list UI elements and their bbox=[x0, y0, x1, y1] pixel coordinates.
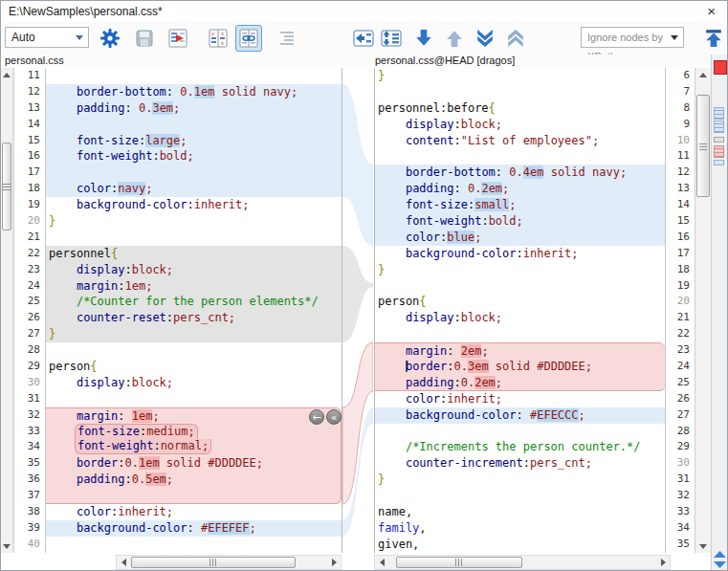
code-text[interactable] bbox=[375, 424, 665, 440]
right-hscroll-thumb[interactable] bbox=[396, 557, 522, 568]
copy-change-from-right-icon[interactable] bbox=[350, 25, 377, 52]
code-text[interactable]: color:inherit; bbox=[46, 504, 342, 520]
right-horizontal-scrollbar[interactable] bbox=[374, 555, 671, 570]
code-text[interactable]: font-size:small; bbox=[375, 197, 665, 213]
synchronized-scrolling-link-icon[interactable] bbox=[235, 25, 262, 52]
code-text[interactable] bbox=[375, 488, 665, 504]
code-text[interactable]: margin: 2em; bbox=[375, 342, 665, 359]
diff-algorithm-combo[interactable]: Auto bbox=[5, 27, 89, 48]
code-text[interactable]: given, bbox=[375, 537, 665, 553]
code-text[interactable]: } bbox=[375, 68, 665, 84]
code-text[interactable]: personnel{ bbox=[46, 246, 342, 262]
perform-files-differencing-icon[interactable] bbox=[165, 25, 191, 52]
scroll-left-arrow[interactable] bbox=[117, 556, 130, 569]
code-text[interactable]: background-color: #EFEFEF; bbox=[46, 520, 342, 537]
right-vertical-scrollbar[interactable] bbox=[695, 68, 711, 553]
code-text[interactable]: color:blue; bbox=[375, 230, 665, 246]
code-text[interactable]: color:inherit; bbox=[375, 391, 665, 407]
scroll-down-arrow[interactable] bbox=[1, 539, 12, 553]
code-text[interactable]: border:0.3em solid #DDDDEE; bbox=[375, 359, 665, 375]
code-text[interactable]: display:block; bbox=[46, 262, 342, 278]
code-text[interactable] bbox=[375, 326, 665, 342]
scroll-up-arrow[interactable] bbox=[1, 68, 12, 81]
code-text[interactable]: /*Increments the person counter.*/ bbox=[375, 439, 665, 455]
scroll-up-arrow[interactable] bbox=[695, 68, 711, 81]
code-text[interactable]: border-bottom: 0.4em solid navy; bbox=[375, 165, 665, 181]
code-text[interactable]: padding:0.2em; bbox=[375, 375, 665, 391]
code-text[interactable]: content:"List of employees"; bbox=[375, 133, 665, 149]
code-text[interactable]: background-color: #EFECCC; bbox=[375, 407, 665, 424]
diff-marker-gray[interactable] bbox=[714, 137, 724, 143]
code-text[interactable]: border:0.1em solid #DDDDEE; bbox=[46, 455, 342, 472]
code-text[interactable]: display:block; bbox=[375, 310, 665, 326]
code-text[interactable]: counter-reset:pers_cnt; bbox=[46, 310, 342, 326]
scroll-left-arrow[interactable] bbox=[375, 556, 388, 569]
scroll-right-arrow[interactable] bbox=[656, 556, 670, 569]
diff-marker-pink[interactable] bbox=[714, 145, 724, 158]
code-text[interactable]: margin:1em; bbox=[46, 278, 342, 295]
code-text[interactable]: padding: 0.3em; bbox=[46, 100, 342, 117]
code-text[interactable]: name, bbox=[375, 504, 665, 520]
right-editor[interactable]: }67personnel:before{8 display:block;9 co… bbox=[374, 68, 695, 553]
last-difference-icon[interactable] bbox=[472, 25, 498, 52]
code-text[interactable] bbox=[375, 84, 665, 100]
code-text[interactable]: font-size:large; bbox=[46, 133, 342, 149]
ignore-nodes-xpath-combo[interactable]: Ignore nodes by XPath bbox=[581, 27, 684, 48]
code-text[interactable]: display:block; bbox=[375, 117, 665, 133]
code-text[interactable] bbox=[46, 391, 342, 407]
left-vertical-scrollbar[interactable] bbox=[1, 68, 13, 553]
code-text[interactable]: padding: 0.2em; bbox=[375, 181, 665, 197]
settings-gear-icon[interactable] bbox=[97, 25, 123, 52]
code-text[interactable]: background-color:inherit; bbox=[375, 246, 665, 262]
code-text[interactable]: personnel:before{ bbox=[375, 100, 665, 117]
diff-marks-icon[interactable]: x x x bbox=[205, 25, 232, 52]
code-text[interactable]: font-weight:bold; bbox=[375, 213, 665, 230]
code-text[interactable]: font-weight:bold; bbox=[46, 148, 342, 165]
code-text[interactable]: font-size:medium; bbox=[46, 424, 342, 440]
copy-all-right-to-left-button[interactable]: « bbox=[326, 409, 342, 425]
left-hscroll-thumb[interactable] bbox=[131, 557, 296, 568]
code-text[interactable] bbox=[46, 342, 342, 359]
code-text[interactable]: counter-increment:pers_cnt; bbox=[375, 455, 665, 472]
code-text[interactable]: font-weight:normal; bbox=[46, 439, 342, 455]
code-text[interactable]: border-bottom: 0.1em solid navy; bbox=[46, 84, 342, 100]
code-text[interactable] bbox=[46, 230, 342, 246]
left-vscroll-thumb[interactable] bbox=[2, 143, 11, 231]
code-text[interactable]: } bbox=[375, 472, 665, 488]
copy-all-changes-icon[interactable] bbox=[378, 25, 405, 52]
code-text[interactable] bbox=[46, 68, 342, 84]
diff-marker-blue[interactable] bbox=[714, 160, 724, 165]
code-text[interactable]: /*Counter for the person elements*/ bbox=[46, 294, 342, 310]
synchronized-scrolling-toggle-icon[interactable] bbox=[713, 550, 727, 569]
left-horizontal-scrollbar[interactable] bbox=[116, 555, 342, 570]
code-text[interactable]: margin: 1em; bbox=[46, 407, 342, 424]
code-text[interactable]: } bbox=[375, 262, 665, 278]
previous-difference-icon[interactable] bbox=[441, 25, 468, 52]
code-text[interactable] bbox=[46, 537, 342, 553]
scroll-right-arrow[interactable] bbox=[327, 556, 341, 569]
diff-marker-blue[interactable] bbox=[714, 107, 724, 120]
go-to-first-change-icon[interactable] bbox=[700, 25, 727, 52]
right-vscroll-thumb[interactable] bbox=[696, 95, 710, 197]
next-difference-icon[interactable] bbox=[410, 25, 437, 52]
save-icon[interactable] bbox=[131, 25, 158, 52]
copy-change-right-to-left-button[interactable]: ← bbox=[309, 409, 324, 425]
diff-overview-top-marker[interactable] bbox=[714, 60, 727, 75]
code-text[interactable]: person{ bbox=[46, 359, 342, 375]
code-text[interactable]: color:navy; bbox=[46, 181, 342, 197]
diff-marker-blue[interactable] bbox=[714, 121, 724, 133]
left-editor[interactable]: 1112 border-bottom: 0.1em solid navy;13 … bbox=[13, 68, 342, 553]
code-text[interactable] bbox=[375, 278, 665, 295]
code-text[interactable]: } bbox=[46, 326, 342, 342]
code-text[interactable]: person{ bbox=[375, 294, 665, 310]
code-text[interactable] bbox=[375, 148, 665, 165]
first-difference-icon[interactable] bbox=[502, 25, 529, 52]
code-text[interactable]: padding:0.5em; bbox=[46, 472, 342, 488]
code-text[interactable]: background-color:inherit; bbox=[46, 197, 342, 213]
code-text[interactable]: display:block; bbox=[46, 375, 342, 391]
code-text[interactable]: } bbox=[46, 213, 342, 230]
code-text[interactable] bbox=[46, 165, 342, 181]
code-text[interactable]: family, bbox=[375, 520, 665, 537]
code-text[interactable] bbox=[46, 117, 342, 133]
code-text[interactable] bbox=[46, 488, 342, 504]
